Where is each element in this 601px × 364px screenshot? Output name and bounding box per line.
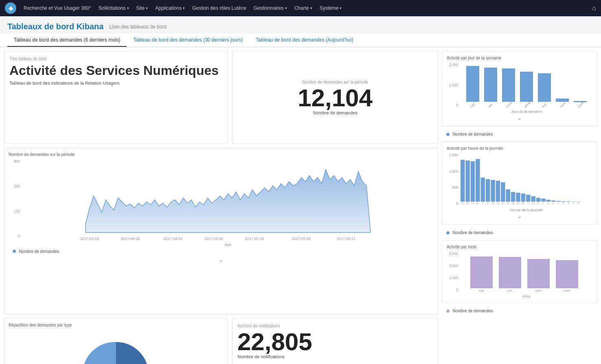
area-chart-title: Nombre de demandes sur la période <box>9 152 434 157</box>
day-chart-expand[interactable]: ⌄ <box>447 114 592 122</box>
dashboard-title: Activité des Services Numériques <box>9 63 223 78</box>
svg-text:mardi: mardi <box>469 102 476 107</box>
y-tick: 100 <box>14 209 20 213</box>
svg-text:15: 15 <box>466 202 469 204</box>
tab-6-mois[interactable]: Tableau de bord des demandes (6 derniers… <box>7 34 127 47</box>
svg-text:18: 18 <box>522 202 524 204</box>
svg-text:20: 20 <box>517 202 519 204</box>
y-tick: 1,000 <box>449 83 458 87</box>
nav-charte[interactable]: Charte ▾ <box>294 5 312 11</box>
nav-gestionnaires[interactable]: Gestionnaires ▾ <box>254 5 287 11</box>
svg-text:3: 3 <box>568 202 569 204</box>
hour-legend-label: Nombre de demandes <box>452 230 493 235</box>
svg-text:2017-06-11: 2017-06-11 <box>337 237 355 241</box>
tab-bar: Tableau de bord des demandes (6 derniers… <box>0 34 601 47</box>
notifications-big-number: 22,805 <box>237 330 433 354</box>
area-chart-svg: 2017-03-19 2017-04-02 2017-04-16 2017-04… <box>22 159 434 241</box>
demands-big-number: 12,104 <box>298 86 373 110</box>
y-tick: 0 <box>456 202 458 206</box>
hour-chart-legend: Nombre de demandes <box>442 229 597 236</box>
svg-rect-5 <box>556 99 569 102</box>
tab-30-jours[interactable]: Tableau de bord des demandes (30 dernier… <box>127 34 249 47</box>
svg-text:2: 2 <box>563 202 564 204</box>
area-x-axis-label: date <box>22 243 434 247</box>
demands-count-panel: Nombre de demandes sur la période 12,104… <box>232 51 438 144</box>
svg-rect-16 <box>471 161 475 202</box>
y-tick: 0 <box>456 103 458 107</box>
day-bar-chart: mardi lundi mercredi vendredi jeudi same… <box>461 63 592 107</box>
svg-rect-30 <box>541 199 545 202</box>
svg-rect-0 <box>466 66 479 102</box>
svg-text:21: 21 <box>507 202 509 204</box>
home-icon[interactable]: ⌂ <box>592 4 596 12</box>
nav-sollicitations[interactable]: Sollicitations ▾ <box>99 5 129 11</box>
svg-rect-1 <box>484 68 497 102</box>
area-chart-legend: Nombre de demandes <box>9 247 434 256</box>
svg-text:23: 23 <box>537 202 539 204</box>
day-legend-label: Nombre de demandes <box>452 132 493 136</box>
svg-text:16: 16 <box>491 202 494 204</box>
chevron-down-icon: ▾ <box>127 6 129 10</box>
chevron-down-icon: ▾ <box>340 6 342 10</box>
svg-text:8: 8 <box>527 202 529 204</box>
svg-rect-26 <box>521 193 525 202</box>
svg-text:10: 10 <box>476 202 479 204</box>
nav-applications[interactable]: Applications ▾ <box>155 5 185 11</box>
day-chart-title: Activité par jour de la semaine <box>447 56 592 60</box>
svg-text:mai: mai <box>479 289 484 292</box>
demands-period-label: Nombre de demandes sur la période <box>302 80 368 84</box>
svg-rect-28 <box>531 196 535 202</box>
svg-text:avril: avril <box>535 289 542 292</box>
y-tick: 300 <box>14 159 20 163</box>
svg-rect-21 <box>496 181 500 202</box>
nav-site[interactable]: Site ▾ <box>136 5 148 11</box>
chevron-down-icon: ▾ <box>310 6 312 10</box>
svg-rect-23 <box>506 189 510 202</box>
svg-text:14: 14 <box>471 202 474 204</box>
svg-text:4: 4 <box>573 202 574 204</box>
svg-rect-29 <box>536 198 540 202</box>
y-tick: 2,000 <box>449 264 458 268</box>
hour-chart-panel: Activité par heure de la journée 1,500 1… <box>442 142 597 225</box>
svg-rect-64 <box>527 259 550 288</box>
nav-gestion-roles[interactable]: Gestion des rôles Lutèce <box>192 5 246 11</box>
breadcrumb: Liste des tableaux de bord <box>109 24 167 30</box>
page-header: Tableaux de bord Kibana Liste des tablea… <box>0 16 601 34</box>
hour-legend-dot <box>446 231 450 235</box>
y-tick: 0 <box>456 288 458 292</box>
area-chart-expand[interactable]: ⌄ <box>9 256 434 264</box>
tab-aujourdhui[interactable]: Tableau de bord des demandes (Aujourd'hu… <box>249 34 360 47</box>
right-column: Activité par jour de la semaine 2,000 1,… <box>442 51 597 314</box>
svg-rect-15 <box>465 160 469 202</box>
svg-rect-63 <box>499 257 521 288</box>
y-tick: 2,000 <box>449 63 458 67</box>
svg-rect-2 <box>502 68 515 102</box>
month-chart-legend: Nombre de demandes <box>442 307 597 314</box>
svg-rect-6 <box>574 101 587 102</box>
svg-text:2017-04-16: 2017-04-16 <box>164 237 182 241</box>
hour-chart-title: Activité par heure de la journée <box>447 146 592 151</box>
svg-text:11: 11 <box>461 202 464 204</box>
svg-rect-3 <box>520 72 533 102</box>
y-tick: 500 <box>452 185 458 189</box>
y-tick: 3,000 <box>449 252 458 256</box>
svg-text:12: 12 <box>487 202 489 204</box>
hour-chart-expand[interactable]: ⌄ <box>447 212 592 220</box>
y-tick: 200 <box>14 184 20 188</box>
month-legend-dot <box>446 309 450 313</box>
dashboard-subtitle: Tableau de bord des indicateurs de la Re… <box>9 81 223 86</box>
svg-rect-20 <box>491 180 495 202</box>
month-x-axis-label: Mois <box>461 294 592 298</box>
svg-text:jeudi: jeudi <box>540 103 547 107</box>
day-chart-legend: Nombre de demandes <box>442 130 597 138</box>
chevron-down-icon: ▾ <box>285 6 287 10</box>
svg-text:5: 5 <box>578 202 579 204</box>
nav-systeme[interactable]: Système ▾ <box>320 5 342 11</box>
pie-chart-svg <box>75 334 157 364</box>
svg-rect-31 <box>546 200 551 202</box>
nav-recherche[interactable]: Recherche et Vue Usager 360° <box>24 5 91 11</box>
svg-rect-25 <box>516 193 520 202</box>
main-panel-label: Titre tableau de bord <box>9 57 223 61</box>
day-x-axis-label: Jour de la semaine <box>461 110 592 114</box>
svg-rect-32 <box>551 200 555 202</box>
